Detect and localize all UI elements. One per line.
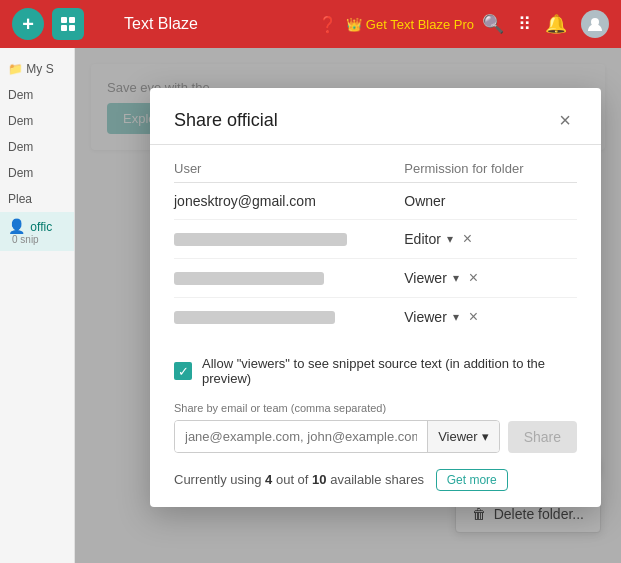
share-button[interactable]: Share xyxy=(508,421,577,453)
topbar-icons: 🔍 ⠿ 🔔 xyxy=(482,10,609,38)
sidebar-item-my-s[interactable]: 📁 My S xyxy=(0,56,74,82)
table-row: Viewer × xyxy=(174,259,577,298)
table-row: jonesktroy@gmail.com Owner xyxy=(174,183,577,220)
usage-total: 10 xyxy=(312,472,330,487)
perm-dropdown-4[interactable] xyxy=(453,310,459,324)
pro-upgrade[interactable]: 👑 Get Text Blaze Pro xyxy=(346,17,474,32)
perm-label-3: Viewer xyxy=(404,270,447,286)
table-row: Viewer × xyxy=(174,298,577,336)
app-title: Text Blaze xyxy=(12,15,310,33)
sidebar-item-dem4[interactable]: Dem xyxy=(0,160,74,186)
snippet-count: 0 snip xyxy=(8,234,66,245)
viewer-dropdown[interactable]: Viewer ▾ xyxy=(427,421,499,452)
table-header: User Permission for folder xyxy=(174,153,577,183)
perm-cell-2: Editor × xyxy=(404,230,577,248)
folder-icon: 📁 xyxy=(8,62,23,76)
viewer-label: Viewer xyxy=(438,429,478,444)
pro-label: Get Text Blaze Pro xyxy=(366,17,474,32)
col-perm-header: Permission for folder xyxy=(404,161,577,176)
perm-cell-4: Viewer × xyxy=(404,308,577,326)
remove-user-3[interactable]: × xyxy=(469,269,478,287)
checkbox-row: ✓ Allow "viewers" to see snippet source … xyxy=(150,344,601,394)
sidebar-item-dem1[interactable]: Dem xyxy=(0,82,74,108)
share-modal: Share official × User Permission for fol… xyxy=(150,88,601,507)
avatar[interactable] xyxy=(581,10,609,38)
close-button[interactable]: × xyxy=(553,108,577,132)
modal-header: Share official × xyxy=(150,88,601,145)
share-input-row: Viewer ▾ Share xyxy=(174,420,577,453)
perm-dropdown-2[interactable] xyxy=(447,232,453,246)
perm-label-1: Owner xyxy=(404,193,445,209)
perm-label-2: Editor xyxy=(404,231,441,247)
viewers-checkbox[interactable]: ✓ xyxy=(174,362,192,380)
topbar: + Text Blaze ❓ 👑 Get Text Blaze Pro 🔍 ⠿ … xyxy=(0,0,621,48)
share-input-container: Viewer ▾ xyxy=(174,420,500,453)
user-email-3 xyxy=(174,272,404,285)
help-icon[interactable]: ❓ xyxy=(318,15,338,34)
perm-dropdown-3[interactable] xyxy=(453,271,459,285)
user-email-4 xyxy=(174,311,404,324)
col-user-header: User xyxy=(174,161,404,176)
modal-title: Share official xyxy=(174,110,278,131)
sidebar-item-plea[interactable]: Plea xyxy=(0,186,74,212)
user-email-2 xyxy=(174,233,404,246)
bell-icon[interactable]: 🔔 xyxy=(545,13,567,35)
remove-user-2[interactable]: × xyxy=(463,230,472,248)
perm-cell-1: Owner xyxy=(404,193,577,209)
perm-cell-3: Viewer × xyxy=(404,269,577,287)
get-more-button[interactable]: Get more xyxy=(436,469,508,491)
email-input[interactable] xyxy=(175,421,427,452)
usage-used: 4 xyxy=(265,472,276,487)
sidebar: 📁 My S Dem Dem Dem Dem Plea 👤 offic 0 sn… xyxy=(0,48,75,563)
checkbox-label: Allow "viewers" to see snippet source te… xyxy=(202,356,577,386)
share-table: User Permission for folder jonesktroy@gm… xyxy=(150,145,601,344)
content-area: Save eve with the Explore Share official… xyxy=(75,48,621,563)
perm-label-4: Viewer xyxy=(404,309,447,325)
usage-row: Currently using 4 out of 10 available sh… xyxy=(150,465,601,507)
usage-separator: out of xyxy=(276,472,309,487)
share-input-section: Share by email or team (comma separated)… xyxy=(150,394,601,465)
crown-icon: 👑 xyxy=(346,17,362,32)
share-input-label: Share by email or team (comma separated) xyxy=(174,402,577,414)
sidebar-item-dem3[interactable]: Dem xyxy=(0,134,74,160)
table-row: Editor × xyxy=(174,220,577,259)
usage-text-after: available shares xyxy=(330,472,424,487)
usage-text-before: Currently using xyxy=(174,472,261,487)
search-icon[interactable]: 🔍 xyxy=(482,13,504,35)
people-icon: 👤 xyxy=(8,218,25,234)
remove-user-4[interactable]: × xyxy=(469,308,478,326)
dropdown-arrow-icon: ▾ xyxy=(482,429,489,444)
user-email-1: jonesktroy@gmail.com xyxy=(174,193,404,209)
sidebar-item-official[interactable]: 👤 offic 0 snip xyxy=(0,212,74,251)
sidebar-item-dem2[interactable]: Dem xyxy=(0,108,74,134)
grid-icon[interactable]: ⠿ xyxy=(518,13,531,35)
main-layout: 📁 My S Dem Dem Dem Dem Plea 👤 offic 0 sn… xyxy=(0,48,621,563)
